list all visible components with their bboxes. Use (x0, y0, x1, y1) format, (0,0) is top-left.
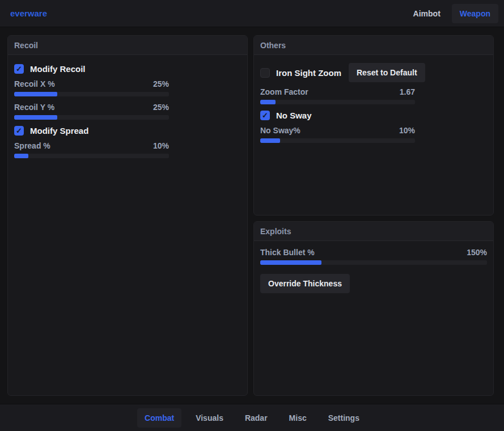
recoil-panel-title: Recoil (14, 41, 38, 50)
top-tab-group: Aimbot Weapon (405, 4, 498, 23)
checkmark-icon: ✓ (16, 65, 22, 73)
recoil-y-label: Recoil Y % (14, 103, 54, 112)
recoil-x-label: Recoil X % (14, 79, 55, 88)
left-column: Recoil ✓ Modify Recoil Recoil X % 25% (7, 35, 248, 396)
no-sway-percent-label: No Sway% (260, 126, 300, 135)
tab-radar[interactable]: Radar (238, 408, 275, 428)
recoil-panel-body: ✓ Modify Recoil Recoil X % 25% (8, 55, 247, 395)
modify-recoil-label: Modify Recoil (30, 64, 86, 74)
checkmark-icon: ✓ (16, 127, 22, 134)
modify-spread-checkbox[interactable]: ✓ (14, 126, 24, 136)
tab-misc[interactable]: Misc (282, 408, 314, 428)
app-window: everware Aimbot Weapon Recoil ✓ Modify R… (0, 0, 504, 431)
others-panel-header: Others (254, 36, 493, 55)
recoil-panel: Recoil ✓ Modify Recoil Recoil X % 25% (7, 35, 248, 396)
zoom-factor-value: 1.67 (400, 87, 415, 96)
recoil-panel-header: Recoil (8, 36, 247, 55)
thick-bullet-label: Thick Bullet % (260, 248, 315, 257)
reset-to-default-button[interactable]: Reset to Default (349, 63, 425, 82)
others-panel-body: ✓ Iron Sight Zoom Reset to Default Zoom … (254, 55, 493, 215)
recoil-y-value: 25% (153, 103, 169, 112)
thick-bullet-slider-fill (260, 260, 321, 265)
spread-slider[interactable] (14, 154, 169, 158)
spread-slider-fill (14, 154, 28, 158)
recoil-y-slider-group: Recoil Y % 25% (14, 103, 169, 120)
iron-sight-zoom-row: ✓ Iron Sight Zoom Reset to Default (260, 63, 487, 82)
thick-bullet-slider-group: Thick Bullet % 150% (260, 248, 487, 265)
no-sway-percent-value: 10% (399, 126, 415, 135)
zoom-factor-slider-fill (260, 100, 276, 104)
spread-slider-group: Spread % 10% (14, 141, 169, 158)
recoil-x-slider-fill (14, 92, 57, 96)
exploits-panel-title: Exploits (260, 227, 291, 236)
iron-sight-zoom-label: Iron Sight Zoom (276, 68, 341, 78)
exploits-panel-body: Thick Bullet % 150% Override Thickness (254, 241, 493, 395)
thick-bullet-value: 150% (467, 248, 487, 257)
no-sway-percent-slider[interactable] (260, 138, 415, 143)
spread-value: 10% (153, 141, 169, 150)
no-sway-percent-slider-fill (260, 138, 280, 143)
zoom-factor-label: Zoom Factor (260, 87, 308, 96)
zoom-factor-slider-group: Zoom Factor 1.67 (260, 87, 415, 104)
recoil-x-value: 25% (153, 79, 169, 88)
brand-logo: everware (10, 9, 47, 18)
modify-spread-row[interactable]: ✓ Modify Spread (14, 126, 241, 136)
tab-combat[interactable]: Combat (137, 408, 181, 428)
override-thickness-button[interactable]: Override Thickness (260, 274, 350, 293)
others-panel: Others ✓ Iron Sight Zoom Reset to Defaul… (253, 35, 494, 216)
recoil-x-slider[interactable] (14, 92, 169, 96)
thick-bullet-slider[interactable] (260, 260, 487, 265)
exploits-panel-header: Exploits (254, 222, 493, 241)
right-column: Others ✓ Iron Sight Zoom Reset to Defaul… (253, 35, 494, 396)
recoil-x-slider-group: Recoil X % 25% (14, 79, 169, 96)
bottom-bar: Combat Visuals Radar Misc Settings (0, 404, 504, 431)
recoil-y-slider[interactable] (14, 115, 169, 120)
no-sway-row[interactable]: ✓ No Sway (260, 111, 487, 120)
modify-recoil-row[interactable]: ✓ Modify Recoil (14, 64, 241, 74)
content-area: Recoil ✓ Modify Recoil Recoil X % 25% (0, 27, 504, 396)
recoil-y-slider-fill (14, 115, 57, 120)
spread-label: Spread % (14, 141, 50, 150)
modify-recoil-checkbox[interactable]: ✓ (14, 64, 24, 74)
no-sway-label: No Sway (276, 111, 312, 120)
tab-settings[interactable]: Settings (321, 408, 367, 428)
top-bar: everware Aimbot Weapon (0, 0, 504, 27)
no-sway-percent-slider-group: No Sway% 10% (260, 126, 415, 143)
iron-sight-zoom-checkbox[interactable]: ✓ (260, 68, 270, 78)
no-sway-checkbox[interactable]: ✓ (260, 111, 270, 120)
tab-weapon[interactable]: Weapon (452, 4, 498, 23)
tab-visuals[interactable]: Visuals (188, 408, 231, 428)
zoom-factor-slider[interactable] (260, 100, 415, 104)
modify-spread-label: Modify Spread (30, 126, 88, 136)
tab-aimbot[interactable]: Aimbot (405, 4, 448, 23)
others-panel-title: Others (260, 41, 286, 50)
exploits-panel: Exploits Thick Bullet % 150% Override Th… (253, 221, 494, 396)
checkmark-icon: ✓ (262, 112, 268, 119)
